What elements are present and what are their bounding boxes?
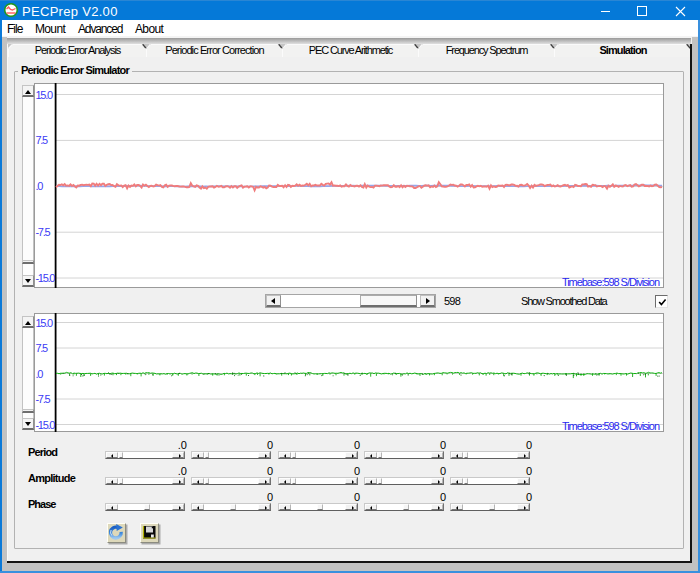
- svg-text:-7.5: -7.5: [36, 393, 51, 405]
- svg-text:Timebase:598 S/Division: Timebase:598 S/Division: [562, 420, 660, 432]
- svg-text:-15.0: -15.0: [36, 419, 56, 431]
- svg-text:7.5: 7.5: [36, 342, 49, 354]
- svg-text:-15.0: -15.0: [36, 272, 56, 284]
- svg-text:-7.5: -7.5: [36, 226, 51, 238]
- svg-text:15.0: 15.0: [36, 89, 53, 101]
- svg-text:7.5: 7.5: [36, 134, 49, 146]
- svg-text:15.0: 15.0: [36, 317, 53, 329]
- svg-text:Timebase:598 S/Division: Timebase:598 S/Division: [562, 276, 660, 288]
